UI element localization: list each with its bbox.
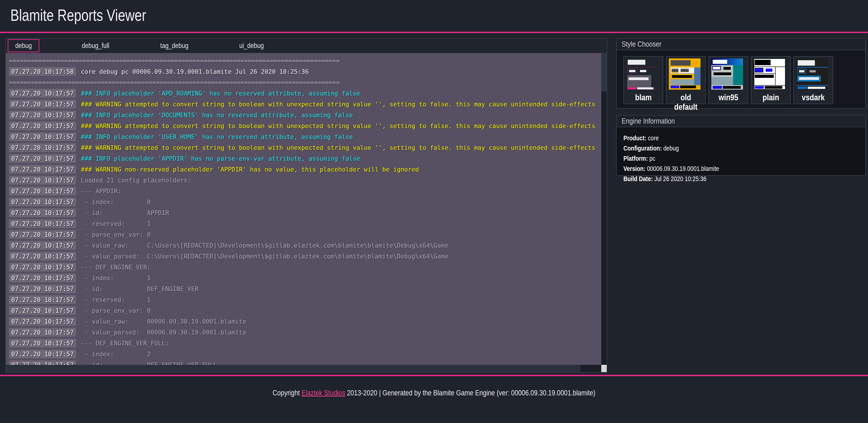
log-timestamp: 07.27.20 10:17:57 <box>9 208 76 217</box>
log-message: ### INFO placeholder 'APD_ROAMING' has n… <box>81 90 360 97</box>
log-message: --- DEF_ENGINE_VER: <box>81 264 151 271</box>
log-message: ### WARNING attempted to convert string … <box>81 122 595 130</box>
log-message: - id: DEF_ENGINE_VER <box>81 285 198 292</box>
log-row: 07.27.20 10:17:57 - id: DEF_ENGINE_VER <box>9 283 601 294</box>
horizontal-scrollbar[interactable] <box>6 365 601 372</box>
log-timestamp: 07.27.20 10:17:57 <box>9 263 76 271</box>
tab-debug[interactable]: debug <box>8 39 39 52</box>
theme-thumbnail-win95 <box>711 58 745 90</box>
vertical-scrollbar[interactable] <box>601 53 607 365</box>
log-timestamp: 07.27.20 10:17:57 <box>9 350 76 358</box>
log-message: ### INFO placeholder 'USER_HOME' has no … <box>81 133 353 140</box>
log-timestamp: 07.27.20 10:17:57 <box>9 295 76 304</box>
theme-thumbnail-old-default <box>669 58 703 90</box>
log-message: - reserved: 1 <box>81 296 151 303</box>
tab-ui_debug[interactable]: ui_debug <box>231 39 272 52</box>
log-row: 07.27.20 10:17:57 - index: 2 <box>9 348 601 359</box>
theme-label: blam <box>624 93 663 102</box>
log-message: - index: 0 <box>81 198 151 205</box>
log-row: 07.27.20 10:17:57 - reserved: 1 <box>9 294 601 305</box>
log-row: 07.27.20 10:17:57 ### WARNING attempted … <box>9 99 601 110</box>
theme-label: win95 <box>709 93 748 102</box>
log-timestamp: 07.27.20 10:17:57 <box>9 306 76 315</box>
log-timestamp: 07.27.20 10:17:57 <box>9 198 76 206</box>
tab-tag_debug[interactable]: tag_debug <box>152 39 197 52</box>
log-timestamp: 07.27.20 10:17:57 <box>9 121 76 130</box>
log-row: 07.27.20 10:17:57 - value_parsed: C:\Use… <box>9 251 601 262</box>
log-message: - value_parsed: 00006.09.30.19.0001.blam… <box>81 329 246 336</box>
page-title: Blamite Reports Viewer <box>10 6 146 24</box>
log-row: 07.27.20 10:17:57 - index: 1 <box>9 273 601 283</box>
log-row: 07.27.20 10:17:57 - parse_env_var: 0 <box>9 229 601 240</box>
log-timestamp: 07.27.20 10:17:57 <box>9 317 76 326</box>
log-view[interactable]: ========================================… <box>6 53 601 365</box>
style-chooser-panel: Style Chooser blam old default win95 pla… <box>616 38 866 109</box>
log-row: 07.27.20 10:17:57 - id: APPDIR <box>9 207 601 218</box>
engine-field-value: 00006.09.30.19.0001.blamite <box>647 165 719 172</box>
log-row: 07.27.20 10:17:57 - value_raw: 00006.09.… <box>9 316 601 327</box>
engine-info-field: Build Date: Jul 26 2020 10:25:36 <box>623 174 865 184</box>
log-message: - id: APPDIR <box>81 209 169 216</box>
footer: Copyright Elaztek Studios 2013-2020 | Ge… <box>0 376 868 423</box>
engine-info-field: Configuration: debug <box>623 143 865 153</box>
engine-info-title: Engine Information <box>622 117 675 125</box>
log-message: core debug pc 00006.09.30.19.0001.blamit… <box>81 68 309 75</box>
log-timestamp: 07.27.20 10:17:57 <box>9 111 76 119</box>
engine-info-panel: Engine Information Product: core Configu… <box>616 115 866 176</box>
style-chooser-title: Style Chooser <box>622 40 661 49</box>
log-message: - index: 1 <box>81 275 151 282</box>
engine-info-field: Product: core <box>623 133 865 143</box>
log-message: - index: 2 <box>81 350 151 358</box>
vertical-scrollbar-thumb[interactable] <box>601 53 607 91</box>
log-timestamp: 07.27.20 10:17:57 <box>9 154 76 163</box>
engine-field-label: Build Date: <box>623 175 653 182</box>
header-accent-line <box>0 32 868 33</box>
log-timestamp: 07.27.20 10:17:57 <box>9 165 76 174</box>
tab-debug_full[interactable]: debug_full <box>73 39 118 52</box>
log-message: - value_parsed: C:\Users\[REDACTED]\Deve… <box>81 253 448 260</box>
horizontal-scrollbar-thumb[interactable] <box>6 365 581 372</box>
engine-field-value: core <box>648 135 659 142</box>
log-row: 07.27.20 10:17:57 ### INFO placeholder '… <box>9 110 601 120</box>
theme-label: vsdark <box>794 93 833 102</box>
log-row: 07.27.20 10:17:57 --- APPDIR: <box>9 186 601 196</box>
engine-field-label: Platform: <box>623 155 648 162</box>
log-message: ### INFO placeholder 'DOCUMENTS' has no … <box>81 112 353 119</box>
log-timestamp: 07.27.20 10:17:57 <box>9 328 76 337</box>
theme-card-old-default[interactable]: old default <box>666 56 706 104</box>
log-row: 07.27.20 10:17:57 Loaded 21 config place… <box>9 175 601 186</box>
theme-thumbnail-blam <box>626 58 660 90</box>
engine-field-label: Configuration: <box>623 145 662 152</box>
footer-copyright-suffix: 2013-2020 | Generated by the Blamite Gam… <box>345 389 595 397</box>
elaztek-studios-link[interactable]: Elaztek Studios <box>302 389 345 397</box>
engine-info-body: Product: core Configuration: debug Platf… <box>617 127 865 184</box>
tab-bar: debug debug_full tag_debug ui_debug <box>6 38 607 53</box>
engine-field-value: Jul 26 2020 10:25:36 <box>654 175 706 182</box>
log-timestamp: 07.27.20 10:17:57 <box>9 274 76 282</box>
log-timestamp: 07.27.20 10:17:57 <box>9 143 76 152</box>
theme-card-win95[interactable]: win95 <box>708 56 748 104</box>
log-row: 07.27.20 10:17:57 - id: DEF_ENGINE_VER_F… <box>9 359 601 365</box>
style-chooser-header: Style Chooser <box>617 38 865 50</box>
log-message: ### INFO placeholder 'APPDIR' has no par… <box>81 155 360 162</box>
log-row: 07.27.20 10:17:57 ### INFO placeholder '… <box>9 153 601 164</box>
log-row: 07.27.20 10:17:57 ### WARNING attempted … <box>9 120 601 131</box>
theme-card-plain[interactable]: plain <box>751 56 791 104</box>
log-timestamp: 07.27.20 10:17:57 <box>9 361 76 365</box>
log-row: 07.27.20 10:17:57 ### INFO placeholder '… <box>9 131 601 142</box>
log-message: --- APPDIR: <box>81 188 121 195</box>
log-message: - parse_env_var: 0 <box>81 307 151 314</box>
engine-field-label: Version: <box>623 165 645 172</box>
app-header: Blamite Reports Viewer <box>0 0 868 32</box>
log-timestamp: 07.27.20 10:17:57 <box>9 187 76 195</box>
theme-card-vsdark[interactable]: vsdark <box>794 56 833 104</box>
engine-info-field: Version: 00006.09.30.19.0001.blamite <box>623 164 865 174</box>
log-timestamp: 07.27.20 10:17:57 <box>9 230 76 239</box>
log-row: 07.27.20 10:17:57 --- DEF_ENGINE_VER: <box>9 262 601 273</box>
log-message: - value_raw: 00006.09.30.19.0001.blamite <box>81 318 246 325</box>
log-message: - parse_env_var: 0 <box>81 231 151 238</box>
log-timestamp: 07.27.20 10:17:57 <box>9 219 76 228</box>
theme-card-blam[interactable]: blam <box>623 56 663 104</box>
log-message: - value_raw: C:\Users\[REDACTED]\Develop… <box>81 242 448 249</box>
log-row: 07.27.20 10:17:57 ### INFO placeholder '… <box>9 88 601 99</box>
